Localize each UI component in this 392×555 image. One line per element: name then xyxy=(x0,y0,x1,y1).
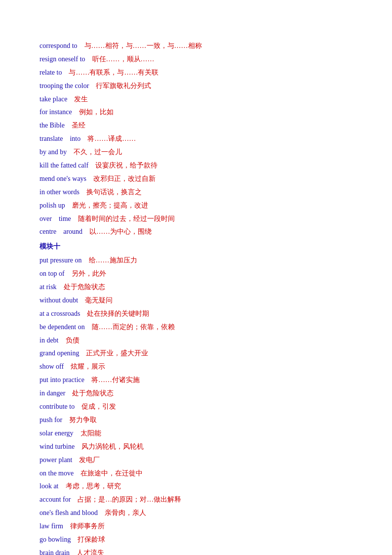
vocab-entry: account for 占据；是…的原因；对…做出解释 xyxy=(39,493,362,506)
entry-chinese: 给……施加压力 xyxy=(89,256,137,264)
entry-chinese: 炫耀，展示 xyxy=(71,363,105,370)
entry-chinese: 占据；是…的原因；对…做出解释 xyxy=(78,496,181,503)
vocab-entry: trooping the color 行军旗敬礼分列式 xyxy=(39,80,362,92)
entry-chinese: 处于危险状态 xyxy=(64,283,105,291)
entry-english: put pressure on xyxy=(39,256,82,264)
entry-chinese: 处在抉择的关键时期 xyxy=(87,310,149,317)
vocab-entry: resign oneself to 听任……，顺从…… xyxy=(39,53,362,66)
vocab-entry: polish up 磨光，擦亮；提高，改进 xyxy=(39,199,362,212)
entry-chinese: 努力争取 xyxy=(69,416,97,424)
entry-chinese: 负债 xyxy=(66,337,79,344)
entry-chinese: 律师事务所 xyxy=(70,522,105,530)
entry-english: translate into xyxy=(39,135,80,142)
entry-chinese: 例如，比如 xyxy=(79,108,114,116)
entry-chinese: 将……译成…… xyxy=(87,135,136,142)
entry-english: relate to xyxy=(39,69,62,76)
entry-chinese: 正式开业，盛大开业 xyxy=(86,349,148,357)
vocab-entry: on the move 在旅途中，在迁徙中 xyxy=(39,467,362,480)
entry-english: on top of xyxy=(39,270,65,277)
entry-chinese: 发电厂 xyxy=(79,456,100,464)
vocab-entry: on top of 另外，此外 xyxy=(39,267,362,280)
entry-english: go bowling xyxy=(39,536,71,543)
entry-chinese: 打保龄球 xyxy=(78,536,105,543)
entry-chinese: 另外，此外 xyxy=(72,270,106,277)
entry-chinese: 考虑，思考，研究 xyxy=(66,482,121,490)
entry-english: law firm xyxy=(39,522,63,530)
entry-chinese: 将……付诸实施 xyxy=(91,376,140,384)
entry-chinese: 改邪归正，改过自新 xyxy=(93,175,156,182)
vocab-entry: wind turbine 风力涡轮机，风轮机 xyxy=(39,440,362,453)
entry-chinese: 圣经 xyxy=(72,122,85,129)
vocab-entry: law firm 律师事务所 xyxy=(39,520,362,533)
entry-english: brain drain xyxy=(39,549,70,555)
section-title: 模块十 xyxy=(39,240,362,253)
entry-english: solar energy xyxy=(39,429,74,437)
entry-chinese: 以……为中心，围绕 xyxy=(89,228,152,235)
vocab-entry: look at 考虑，思考，研究 xyxy=(39,480,362,493)
vocab-entry: contribute to 促成，引发 xyxy=(39,400,362,413)
entry-chinese: 太阳能 xyxy=(80,429,101,437)
entry-english: in other words xyxy=(39,188,79,196)
entry-chinese: 人才流失 xyxy=(77,549,104,555)
entry-english: show off xyxy=(39,363,64,370)
vocab-entry: by and by 不久，过一会儿 xyxy=(39,146,362,159)
entry-english: for instance xyxy=(39,108,72,116)
entry-chinese: 与……相符，与……一致，与……相称 xyxy=(84,42,202,49)
vocab-entry: mend one's ways 改邪归正，改过自新 xyxy=(39,172,362,185)
entry-english: put into practice xyxy=(39,376,84,384)
vocab-entry: over time 随着时间的过去，经过一段时间 xyxy=(39,213,362,225)
entry-chinese: 设宴庆祝，给予款待 xyxy=(95,162,157,169)
entry-english: wind turbine xyxy=(39,443,75,450)
entry-chinese: 处于危险状态 xyxy=(72,389,114,397)
vocab-entry: grand opening 正式开业，盛大开业 xyxy=(39,347,362,360)
vocab-entry: go bowling 打保龄球 xyxy=(39,533,362,546)
entry-chinese: 风力涡轮机，风轮机 xyxy=(81,443,144,450)
entry-chinese: 听任……，顺从…… xyxy=(92,55,155,63)
entry-english: grand opening xyxy=(39,349,79,357)
entry-chinese: 促成，引发 xyxy=(81,403,116,410)
vocab-entry: without doubt 毫无疑问 xyxy=(39,294,362,307)
entry-english: kill the fatted calf xyxy=(39,162,88,169)
vocab-entry: relate to 与……有联系，与……有关联 xyxy=(39,66,362,79)
vocab-entry: put into practice 将……付诸实施 xyxy=(39,374,362,386)
entry-chinese: 毫无疑问 xyxy=(85,297,113,304)
entry-english: at risk xyxy=(39,283,57,291)
vocab-entry: put pressure on 给……施加压力 xyxy=(39,254,362,267)
vocab-entry: power plant 发电厂 xyxy=(39,454,362,467)
entry-chinese: 随着时间的过去，经过一段时间 xyxy=(78,215,175,222)
entry-english: be dependent on xyxy=(39,323,85,331)
entry-chinese: 发生 xyxy=(74,95,88,103)
vocab-entry: at a crossroads 处在抉择的关键时期 xyxy=(39,307,362,320)
entry-chinese: 磨光，擦亮；提高，改进 xyxy=(72,202,148,209)
entry-english: resign oneself to xyxy=(39,55,85,63)
entry-chinese: 换句话说，换言之 xyxy=(86,188,142,196)
vocab-entry: in danger 处于危险状态 xyxy=(39,387,362,400)
entry-chinese: 与……有联系，与……有关联 xyxy=(69,69,158,76)
entry-english: contribute to xyxy=(39,403,75,410)
entry-english: power plant xyxy=(39,456,72,464)
entry-chinese: 亲骨肉，亲人 xyxy=(105,509,146,516)
entry-english: on the move xyxy=(39,470,74,477)
entry-english: in debt xyxy=(39,337,59,344)
vocab-entry: take place 发生 xyxy=(39,93,362,106)
entry-english: look at xyxy=(39,482,59,490)
vocab-entry: show off 炫耀，展示 xyxy=(39,360,362,373)
vocab-entry: for instance 例如，比如 xyxy=(39,106,362,119)
entry-english: over time xyxy=(39,215,71,222)
vocab-entry: kill the fatted calf 设宴庆祝，给予款待 xyxy=(39,159,362,172)
entry-english: the Bible xyxy=(39,122,65,129)
entry-chinese: 行军旗敬礼分列式 xyxy=(96,82,151,89)
vocab-entry: the Bible 圣经 xyxy=(39,119,362,132)
vocab-entry: translate into 将……译成…… xyxy=(39,132,362,145)
entry-chinese: 不久，过一会儿 xyxy=(74,148,122,156)
vocab-entry: push for 努力争取 xyxy=(39,414,362,427)
entry-english: mend one's ways xyxy=(39,175,86,182)
vocab-entry: at risk 处于危险状态 xyxy=(39,281,362,294)
entry-english: polish up xyxy=(39,202,65,209)
entry-chinese: 随……而定的；依靠，依赖 xyxy=(92,323,175,331)
entry-english: take place xyxy=(39,95,67,103)
vocab-entry: in debt 负债 xyxy=(39,334,362,347)
vocab-entry: in other words 换句话说，换言之 xyxy=(39,186,362,199)
entry-english: one's flesh and blood xyxy=(39,509,98,516)
vocab-entry: centre around 以……为中心，围绕 xyxy=(39,225,362,238)
